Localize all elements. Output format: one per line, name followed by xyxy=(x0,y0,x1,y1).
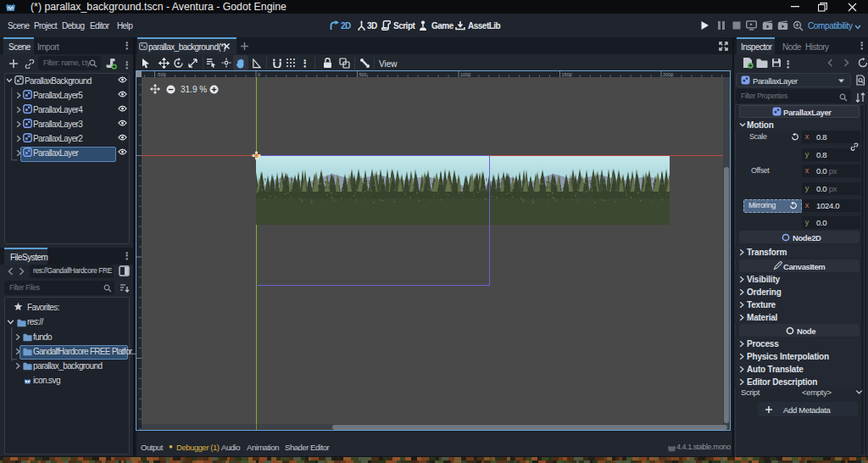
svg-text:0: 0 xyxy=(258,72,260,77)
svg-text:500: 500 xyxy=(359,72,367,77)
svg-text:2000: 2000 xyxy=(663,72,673,77)
svg-text:-500: -500 xyxy=(157,72,166,77)
svg-text:1500: 1500 xyxy=(562,72,572,77)
svg-text:1000: 1000 xyxy=(460,72,470,77)
